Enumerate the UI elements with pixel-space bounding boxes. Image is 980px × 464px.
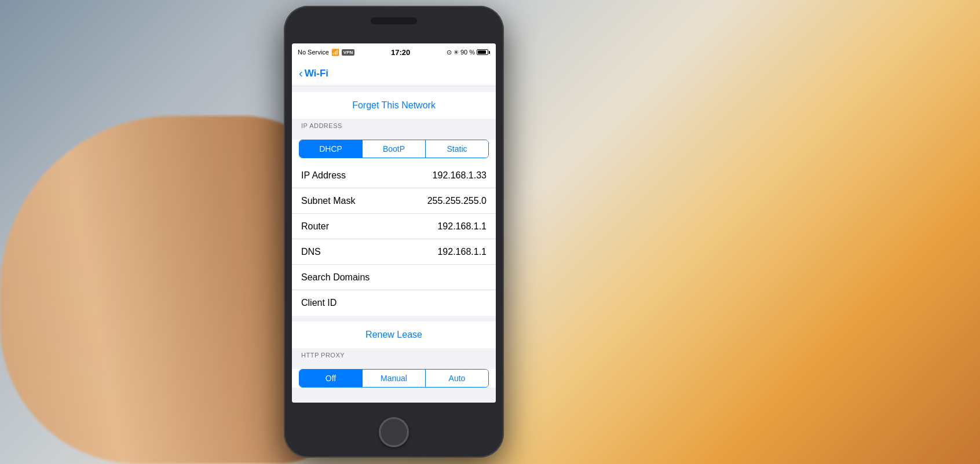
spacer-1: [292, 86, 496, 92]
router-value: 192.168.1.1: [437, 221, 487, 232]
status-right: ⊙ ✳ 90 %: [447, 49, 490, 56]
table-row: Router 192.168.1.1: [292, 214, 496, 239]
back-label: Wi-Fi: [305, 68, 328, 79]
http-proxy-header: HTTP PROXY: [292, 348, 496, 361]
ip-mode-segment[interactable]: DHCP BootP Static: [299, 140, 489, 158]
table-row: Search Domains: [292, 265, 496, 290]
spacer-bottom: [292, 392, 496, 403]
bootp-tab[interactable]: BootP: [363, 140, 425, 158]
proxy-off-tab[interactable]: Off: [299, 370, 362, 387]
battery-indicator: [477, 49, 490, 55]
ip-address-value: 192.168.1.33: [433, 170, 487, 181]
carrier-text: No Service: [298, 49, 329, 56]
phone-speaker: [371, 17, 417, 24]
ip-address-label: IP Address: [301, 170, 346, 181]
battery-percent: 90 %: [460, 49, 475, 56]
status-time: 17:20: [391, 48, 410, 57]
subnet-mask-value: 255.255.255.0: [427, 196, 487, 206]
search-domains-label: Search Domains: [301, 272, 370, 283]
http-proxy-card: Off Manual Auto: [292, 369, 496, 388]
location-icon: ⊙: [447, 49, 452, 56]
proxy-mode-segment[interactable]: Off Manual Auto: [299, 369, 489, 388]
proxy-auto-tab[interactable]: Auto: [426, 370, 488, 387]
table-row: Client ID: [292, 290, 496, 316]
spacer-4: HTTP PROXY: [292, 348, 496, 364]
home-button[interactable]: [379, 417, 409, 447]
dhcp-tab[interactable]: DHCP: [299, 140, 362, 158]
forget-network-card: Forget This Network: [292, 92, 496, 119]
dns-value: 192.168.1.1: [437, 247, 487, 257]
proxy-manual-tab[interactable]: Manual: [363, 370, 425, 387]
dns-label: DNS: [301, 247, 321, 257]
forget-network-button[interactable]: Forget This Network: [292, 92, 496, 119]
table-row: Subnet Mask 255.255.255.0: [292, 188, 496, 214]
subnet-mask-label: Subnet Mask: [301, 196, 355, 206]
static-tab[interactable]: Static: [426, 140, 488, 158]
router-label: Router: [301, 221, 329, 232]
ip-address-card: DHCP BootP Static IP Address 192.168.1.3…: [292, 140, 496, 316]
status-left: No Service 📶 VPN: [298, 49, 354, 56]
table-row: DNS 192.168.1.1: [292, 239, 496, 265]
table-row: IP Address 192.168.1.33: [292, 163, 496, 188]
renew-lease-button[interactable]: Renew Lease: [292, 321, 496, 348]
back-button[interactable]: ‹ Wi-Fi: [299, 68, 328, 79]
vpn-badge: VPN: [342, 49, 354, 56]
ip-rows-table: IP Address 192.168.1.33 Subnet Mask 255.…: [292, 163, 496, 316]
client-id-label: Client ID: [301, 298, 337, 308]
phone-screen: No Service 📶 VPN 17:20 ⊙ ✳ 90 % ‹: [292, 43, 496, 403]
back-chevron-icon: ‹: [299, 67, 303, 79]
wifi-icon: 📶: [331, 49, 339, 56]
phone-shell: No Service 📶 VPN 17:20 ⊙ ✳ 90 % ‹: [284, 6, 504, 458]
scroll-content[interactable]: Forget This Network IP ADDRESS DHCP Boot…: [292, 86, 496, 403]
status-bar: No Service 📶 VPN 17:20 ⊙ ✳ 90 %: [292, 43, 496, 61]
navigation-bar: ‹ Wi-Fi: [292, 61, 496, 86]
spacer-2: IP ADDRESS: [292, 119, 496, 135]
spacer-3: [292, 316, 496, 321]
ip-address-header: IP ADDRESS: [292, 119, 496, 131]
bluetooth-icon: ✳: [454, 49, 459, 56]
